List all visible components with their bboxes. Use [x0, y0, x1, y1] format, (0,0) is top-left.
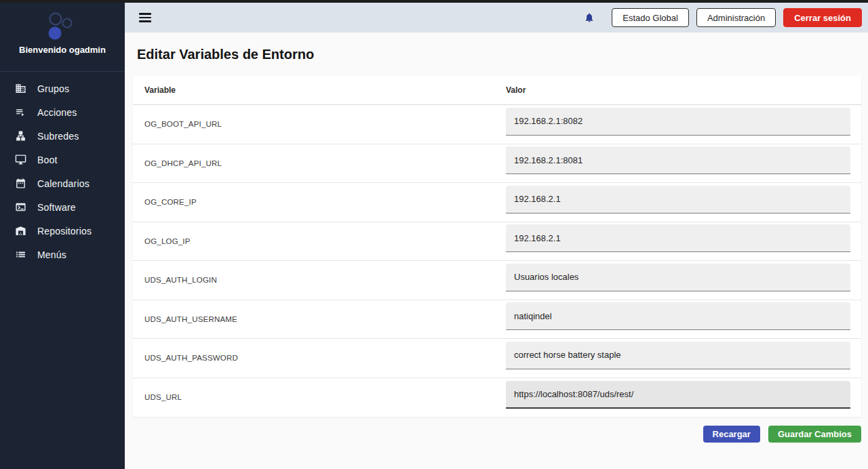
sidebar-divider — [0, 71, 125, 72]
app-logo — [0, 3, 125, 43]
administracion-button[interactable]: Administración — [696, 8, 776, 27]
form-actions: Recargar Guardar Cambios — [133, 426, 861, 443]
value-input-og-log-ip[interactable] — [506, 224, 850, 252]
sidebar: Bienvenido ogadmin Grupos Acciones Subre… — [0, 3, 125, 469]
menu-icon[interactable] — [139, 13, 151, 22]
sidebar-item-label: Calendarios — [37, 178, 90, 189]
network-icon — [15, 130, 26, 142]
sidebar-item-boot[interactable]: Boot — [0, 148, 125, 171]
sidebar-item-label: Boot — [37, 155, 58, 165]
value-input-og-core-ip[interactable] — [506, 186, 850, 213]
variable-name: OG_LOG_IP — [133, 237, 506, 245]
env-variables-table: Variable Valor OG_BOOT_API_URL OG_DHCP_A… — [133, 76, 861, 417]
sidebar-item-label: Acciones — [37, 107, 77, 118]
column-header-valor: Valor — [506, 85, 861, 95]
calendar-icon — [15, 178, 26, 189]
sidebar-item-label: Repositorios — [37, 226, 92, 237]
table-row: OG_CORE_IP — [133, 183, 861, 222]
sidebar-item-label: Software — [37, 202, 76, 213]
table-row: UDS_URL — [133, 378, 861, 417]
warehouse-icon — [15, 225, 26, 237]
sidebar-item-menus[interactable]: Menús — [0, 243, 125, 266]
sidebar-item-subredes[interactable]: Subredes — [0, 124, 125, 148]
table-header-row: Variable Valor — [133, 76, 861, 105]
sidebar-item-label: Menús — [37, 249, 66, 260]
estado-global-button[interactable]: Estado Global — [612, 8, 689, 27]
welcome-text: Bienvenido ogadmin — [0, 45, 125, 55]
value-input-uds-auth-password[interactable] — [506, 342, 850, 369]
bell-icon[interactable] — [584, 12, 595, 23]
table-row: UDS_AUTH_USERNAME — [133, 300, 861, 340]
column-header-variable: Variable — [133, 85, 506, 95]
variable-name: UDS_AUTH_USERNAME — [133, 315, 506, 323]
sidebar-item-acciones[interactable]: Acciones — [0, 100, 125, 124]
variable-name: UDS_AUTH_PASSWORD — [133, 354, 506, 362]
list-icon — [15, 249, 26, 260]
variable-name: OG_BOOT_API_URL — [133, 120, 506, 128]
variable-name: OG_CORE_IP — [133, 198, 506, 206]
window-top-strip — [0, 0, 868, 3]
table-row: UDS_AUTH_LOGIN — [133, 261, 861, 300]
building-icon — [15, 83, 26, 94]
value-input-og-boot-api-url[interactable] — [506, 108, 850, 136]
variable-name: UDS_URL — [133, 393, 506, 401]
table-row: OG_LOG_IP — [133, 222, 861, 262]
logo-circles-icon — [0, 3, 125, 43]
page-title: Editar Variables de Entorno — [137, 47, 314, 62]
terminal-icon — [15, 201, 26, 213]
monitor-icon — [15, 154, 26, 165]
value-input-uds-auth-login[interactable] — [506, 264, 850, 291]
sidebar-item-label: Grupos — [37, 83, 69, 94]
sidebar-item-repositorios[interactable]: Repositorios — [0, 219, 125, 243]
topbar: Estado Global Administración Cerrar sesi… — [125, 3, 868, 33]
sidebar-nav: Grupos Acciones Subredes Boot Calendario… — [0, 77, 125, 266]
cerrar-sesion-button[interactable]: Cerrar sesión — [783, 8, 862, 27]
variable-name: OG_DHCP_API_URL — [133, 159, 506, 167]
sidebar-item-calendarios[interactable]: Calendarios — [0, 171, 125, 195]
variable-name: UDS_AUTH_LOGIN — [133, 276, 506, 284]
sidebar-item-label: Subredes — [37, 131, 79, 142]
guardar-cambios-button[interactable]: Guardar Cambios — [768, 426, 861, 443]
sidebar-item-grupos[interactable]: Grupos — [0, 77, 125, 100]
table-row: UDS_AUTH_PASSWORD — [133, 339, 861, 378]
value-input-og-dhcp-api-url[interactable] — [506, 146, 850, 174]
recargar-button[interactable]: Recargar — [703, 426, 760, 443]
playlist-icon — [15, 106, 26, 118]
topbar-right: Estado Global Administración Cerrar sesi… — [584, 8, 862, 27]
value-input-uds-auth-username[interactable] — [506, 302, 850, 330]
table-row: OG_BOOT_API_URL — [133, 105, 861, 144]
table-row: OG_DHCP_API_URL — [133, 144, 861, 184]
value-input-uds-url[interactable] — [506, 381, 850, 409]
sidebar-item-software[interactable]: Software — [0, 195, 125, 219]
